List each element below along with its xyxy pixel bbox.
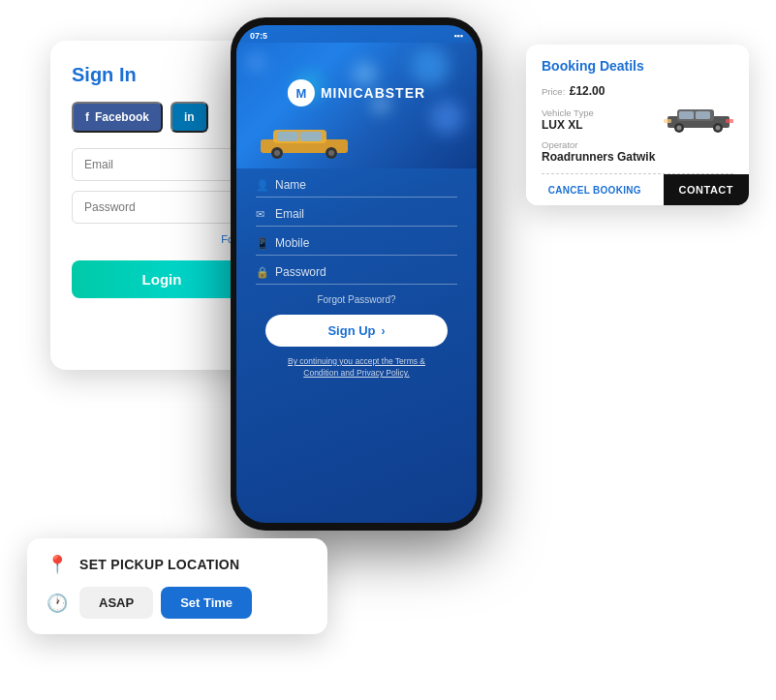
booking-card-content: Booking Deatils Price: £12.00 Vehicle Ty…	[526, 45, 749, 174]
phone-screen: 07:5 ▪▪▪	[236, 25, 477, 523]
bokeh-5	[430, 101, 464, 135]
hero-background: M MINICABSTER	[236, 43, 477, 168]
phone-frame: 07:5 ▪▪▪	[231, 17, 482, 531]
email-label[interactable]: Email	[275, 207, 304, 221]
name-label[interactable]: Name	[275, 178, 306, 192]
operator-value: Roadrunners Gatwik	[542, 150, 733, 164]
price-label: Price:	[542, 86, 565, 97]
time-row: 🕐 ASAP Set Time	[47, 587, 308, 619]
phone-status-bar: 07:5 ▪▪▪	[236, 25, 477, 43]
svg-rect-10	[679, 111, 694, 119]
mobile-label[interactable]: Mobile	[275, 236, 309, 250]
svg-point-7	[328, 150, 334, 156]
booking-title: Booking Deatils	[542, 58, 733, 74]
bokeh-4	[246, 52, 265, 72]
svg-rect-11	[696, 111, 710, 119]
facebook-icon: f	[85, 110, 89, 124]
mobile-icon: 📱	[256, 237, 267, 250]
booking-details-card: Booking Deatils Price: £12.00 Vehicle Ty…	[526, 45, 749, 205]
logo-text: MINICABSTER	[321, 85, 425, 101]
phone-hero: M MINICABSTER	[236, 43, 477, 168]
phone-signup-form: 👤 Name ✉ Email 📱 Mobile 🔒 Password Forgo…	[236, 168, 477, 380]
taxi-silhouette	[256, 122, 353, 159]
set-time-button[interactable]: Set Time	[161, 587, 252, 619]
signin-title: Sign In	[72, 64, 252, 86]
linkedin-button[interactable]: in	[171, 102, 208, 133]
svg-rect-17	[726, 119, 733, 123]
pickup-location-label[interactable]: SET PICKUP LOCATION	[79, 557, 239, 572]
svg-rect-16	[664, 119, 671, 123]
svg-rect-2	[277, 132, 298, 141]
clock-icon: 🕐	[47, 593, 68, 614]
operator-label: Operator	[542, 139, 733, 150]
social-buttons: f Facebook in	[72, 102, 252, 133]
price-row: Price: £12.00	[542, 81, 733, 99]
vehicle-type-value: LUX XL	[542, 118, 594, 132]
vehicle-type-label: Vehicle Type	[542, 107, 594, 118]
status-time: 07:5	[250, 31, 267, 41]
booking-actions: CANCEL BOOKING CONTACT	[526, 174, 749, 205]
contact-button[interactable]: CONTACT	[664, 174, 749, 205]
phone-forgot-password[interactable]: Forgot Password?	[256, 294, 457, 305]
svg-point-15	[716, 126, 721, 131]
logo-area: M MINICABSTER	[288, 79, 425, 107]
name-icon: 👤	[256, 179, 267, 192]
svg-point-13	[677, 126, 682, 131]
email-field-row: ✉ Email	[256, 207, 457, 227]
password-field-row: 🔒 Password	[256, 265, 457, 285]
pickup-card: 📍 SET PICKUP LOCATION 🕐 ASAP Set Time	[27, 538, 327, 634]
login-button[interactable]: Login	[72, 260, 252, 298]
signup-label: Sign Up	[327, 323, 375, 338]
location-pin-icon: 📍	[47, 554, 68, 575]
asap-button[interactable]: ASAP	[79, 587, 153, 619]
linkedin-label: in	[184, 110, 195, 124]
svg-point-5	[274, 150, 280, 156]
password-input[interactable]	[72, 191, 252, 224]
chevron-right-icon: ›	[382, 324, 386, 338]
location-row: 📍 SET PICKUP LOCATION	[47, 554, 308, 575]
facebook-button[interactable]: f Facebook	[72, 102, 163, 133]
price-value: £12.00	[570, 84, 605, 98]
vehicle-info: Vehicle Type LUX XL	[542, 107, 594, 132]
logo-icon: M	[288, 79, 315, 107]
signup-button[interactable]: Sign Up ›	[265, 315, 448, 347]
cancel-booking-button[interactable]: CANCEL BOOKING	[526, 174, 664, 205]
svg-rect-3	[300, 132, 322, 141]
status-icons: ▪▪▪	[453, 31, 463, 41]
password-label[interactable]: Password	[275, 265, 326, 279]
lock-icon: 🔒	[256, 266, 267, 279]
time-buttons: ASAP Set Time	[79, 587, 252, 619]
forgot-password-link[interactable]: Forgot	[72, 233, 252, 245]
car-image	[664, 105, 733, 134]
mobile-field-row: 📱 Mobile	[256, 236, 457, 256]
facebook-label: Facebook	[95, 110, 149, 124]
email-icon: ✉	[256, 208, 267, 221]
terms-text: By continuing you accept the Terms & Con…	[256, 347, 457, 380]
email-input[interactable]	[72, 148, 252, 181]
terms-label: By continuing you accept the Terms & Con…	[288, 356, 425, 378]
operator-row: Operator Roadrunners Gatwik	[542, 139, 733, 164]
name-field-row: 👤 Name	[256, 178, 457, 198]
vehicle-row: Vehicle Type LUX XL	[542, 105, 733, 134]
